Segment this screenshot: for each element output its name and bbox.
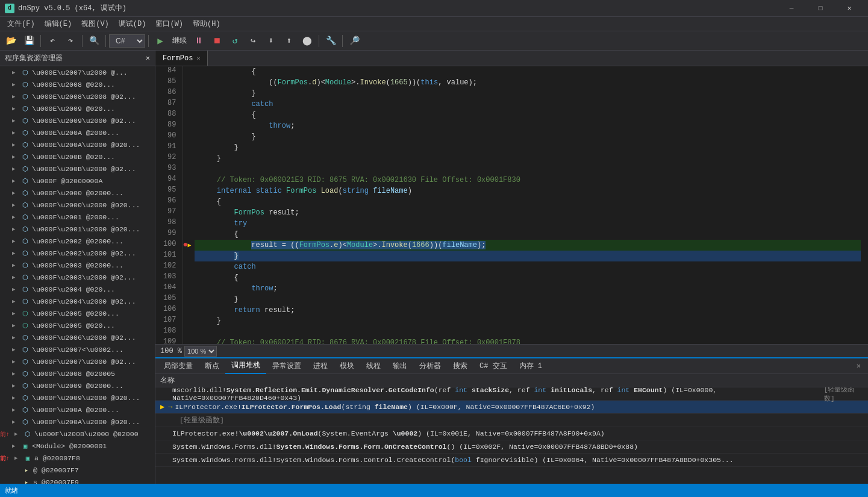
tree-item[interactable]: ▶ ⬡ \u000F @02000000A — [0, 175, 155, 187]
stack-row-4[interactable]: System.Windows.Forms.dll!System.Windows.… — [155, 440, 868, 454]
line-code[interactable]: ((FormPos.d)<Module>.Invoke(1665))(this,… — [195, 77, 868, 88]
tree-item-member[interactable]: ▸ @ @020007F7 — [0, 464, 155, 476]
line-code[interactable]: } — [195, 294, 868, 305]
tree-item-debug[interactable]: 前↑ ▶ ⬡ \u000F\u200B\u2000 @02000 — [0, 428, 155, 440]
line-code[interactable] — [195, 164, 868, 175]
maximize-button[interactable]: □ — [807, 0, 834, 17]
line-code[interactable]: } — [195, 251, 868, 261]
tree-item-s[interactable]: ▸ s @020007F9 — [0, 476, 155, 484]
tree-item[interactable]: ▶ ⬡ \u000F\u2001\u2000 @020... — [0, 223, 155, 235]
line-gutter-bp[interactable]: ● ▶ — [183, 240, 195, 251]
code-editor[interactable]: 84 { 85 ((FormPos.d)<Module>.Invoke(1665… — [155, 66, 868, 344]
btab-process[interactable]: 进程 — [307, 358, 334, 374]
line-code[interactable]: { — [195, 110, 868, 120]
tree-item[interactable]: ▶ ⬡ \u000F\u2003\u2000 @02... — [0, 271, 155, 283]
tree-item[interactable]: ▶ ⬡ \u000F\u2006\u2000 @02... — [0, 331, 155, 343]
tree-item[interactable]: ▶ ⬡ \u000F\u2008 @020005 — [0, 367, 155, 380]
line-code[interactable]: catch — [195, 261, 868, 272]
btab-csharp[interactable]: C# 交互 — [473, 358, 513, 374]
tree-item[interactable]: ▶ ⬡ \u000F\u2005 @020... — [0, 319, 155, 331]
toolbar-undo[interactable]: ↶ — [44, 33, 61, 49]
line-code[interactable]: throw; — [195, 283, 868, 294]
toolbar-pause[interactable]: ⏸ — [190, 33, 207, 49]
toolbar-open[interactable]: 📂 — [2, 33, 19, 49]
tree-item[interactable]: ▶ ⬡ \u000E\u2009\u2000 @02... — [0, 114, 155, 127]
line-code[interactable]: } — [195, 153, 868, 164]
stack-row-tag[interactable]: [轻量级函数] — [155, 414, 868, 427]
tree-item[interactable]: ▶ ⬡ \u000F\u2000 @02000... — [0, 187, 155, 199]
tree-item-module[interactable]: ▶ ▣ <Module> @02000001 — [0, 440, 155, 452]
zoom-selector[interactable]: 100 % 75 % 125 % — [184, 346, 217, 357]
btab-callstack[interactable]: 调用堆栈 — [225, 358, 266, 374]
tree-item[interactable]: ▶ ⬡ \u000F\u2004\u2000 @02... — [0, 295, 155, 307]
stack-row-1[interactable]: mscorlib.dll!System.Reflection.Emit.Dyna… — [155, 387, 868, 401]
tree-item[interactable]: ▶ ⬡ \u000F\u2009\u2000 @020... — [0, 392, 155, 404]
tree-item[interactable]: ▶ ⬡ \u000E\u200B @020... — [0, 151, 155, 163]
btab-breakpoints[interactable]: 断点 — [199, 358, 225, 374]
btab-locals[interactable]: 局部变量 — [158, 358, 199, 374]
sidebar-close[interactable]: ✕ — [146, 54, 150, 63]
btab-modules[interactable]: 模块 — [334, 358, 360, 374]
lang-selector[interactable]: C# IL — [109, 34, 145, 48]
tree-item[interactable]: ▶ ⬡ \u000F\u2009 @02000... — [0, 380, 155, 392]
btab-output[interactable]: 输出 — [387, 358, 413, 374]
sidebar-tree[interactable]: ▶ ⬡ \u000E\u2007\u2000 @... ▶ ⬡ \u000E\u… — [0, 66, 155, 484]
tree-item[interactable]: ▶ ⬡ \u000E\u200A @2000... — [0, 127, 155, 139]
toolbar-step-in[interactable]: ⬇ — [263, 33, 279, 49]
call-stack-panel[interactable]: mscorlib.dll!System.Reflection.Emit.Dyna… — [155, 387, 868, 484]
menu-view[interactable]: 视图(V) — [76, 17, 114, 31]
menu-window[interactable]: 窗口(W) — [151, 17, 188, 31]
line-code[interactable]: catch — [195, 99, 868, 110]
line-code[interactable]: throw; — [195, 120, 868, 131]
line-code[interactable]: { — [195, 196, 868, 207]
line-code[interactable]: FormPos result; — [195, 207, 868, 218]
toolbar-save[interactable]: 💾 — [20, 33, 37, 49]
stack-row-3[interactable]: ILProtector.exe!\u0002\u2007.OnLoad(Syst… — [155, 427, 868, 440]
tree-item[interactable]: ▶ ⬡ \u000E\u2007\u2000 @... — [0, 66, 155, 78]
toolbar-step-out[interactable]: ⬆ — [281, 33, 298, 49]
line-code[interactable]: { — [195, 66, 868, 77]
menu-file[interactable]: 文件(F) — [2, 17, 40, 31]
tree-item[interactable]: ▶ ⬡ \u000F\u2007\u2000 @02... — [0, 355, 155, 367]
line-code[interactable]: return result; — [195, 305, 868, 316]
toolbar-redo[interactable]: ↷ — [62, 33, 79, 49]
menu-edit[interactable]: 编辑(E) — [40, 17, 77, 31]
line-code[interactable]: } — [195, 142, 868, 153]
tree-item[interactable]: ▶ ⬡ \u000F\u2005 @0200... — [0, 307, 155, 319]
line-code[interactable]: // Token: 0x060021E3 RID: 8675 RVA: 0x00… — [195, 175, 868, 186]
tree-item[interactable]: ▶ ⬡ \u000E\u200B\u2000 @02... — [0, 163, 155, 175]
toolbar-search[interactable]: 🔍 — [86, 33, 102, 49]
line-code[interactable]: } — [195, 131, 868, 142]
tree-item[interactable]: ▶ ⬡ \u000F\u200A\u2000 @020... — [0, 416, 155, 428]
btab-threads[interactable]: 线程 — [360, 358, 387, 374]
toolbar-restart[interactable]: ↺ — [226, 33, 243, 49]
stack-row-2[interactable]: ▶ → ILProtector.exe!ILProtector.FormPos.… — [155, 401, 868, 414]
line-code[interactable]: { — [195, 229, 868, 240]
tree-item[interactable]: ▶ ⬡ \u000F\u2007<\u0002... — [0, 343, 155, 355]
btab-exceptions[interactable]: 异常设置 — [266, 358, 307, 374]
toolbar-settings[interactable]: 🔧 — [322, 33, 339, 49]
btab-analyzer[interactable]: 分析器 — [413, 358, 447, 374]
line-code[interactable] — [195, 327, 868, 337]
tab-formpos[interactable]: FormPos ✕ — [155, 51, 208, 66]
tree-item-a[interactable]: 前↑ ▶ ▣ a @020007F8 — [0, 452, 155, 464]
menu-help[interactable]: 帮助(H) — [188, 17, 225, 31]
line-code[interactable]: } — [195, 316, 868, 327]
toolbar-continue[interactable]: ▶ — [152, 33, 169, 49]
stack-row-5[interactable]: System.Windows.Forms.dll!System.Windows.… — [155, 454, 868, 467]
line-code[interactable]: internal static FormPos Load(string file… — [195, 186, 868, 196]
tree-item[interactable]: ▶ ⬡ \u000F\u2001 @2000... — [0, 211, 155, 223]
menu-debug[interactable]: 调试(D) — [114, 17, 151, 31]
tree-item[interactable]: ▶ ⬡ \u000F\u2002 @02000... — [0, 235, 155, 247]
tree-item[interactable]: ▶ ⬡ \u000E\u2008\u2008 @02... — [0, 90, 155, 102]
toolbar-find[interactable]: 🔎 — [346, 33, 363, 49]
toolbar-breakpoint[interactable]: ⬤ — [299, 33, 316, 49]
tree-item[interactable]: ▶ ⬡ \u000F\u2002\u2000 @02... — [0, 247, 155, 259]
close-button[interactable]: ✕ — [835, 0, 863, 17]
bottom-panel-close[interactable]: ✕ — [852, 361, 866, 370]
line-code[interactable]: } — [195, 88, 868, 99]
tree-item[interactable]: ▶ ⬡ \u000F\u2004 @020... — [0, 283, 155, 295]
minimize-button[interactable]: ─ — [778, 0, 805, 17]
scrollbar-v[interactable] — [861, 66, 868, 344]
tree-item[interactable]: ▶ ⬡ \u000F\u200A @0200... — [0, 404, 155, 416]
